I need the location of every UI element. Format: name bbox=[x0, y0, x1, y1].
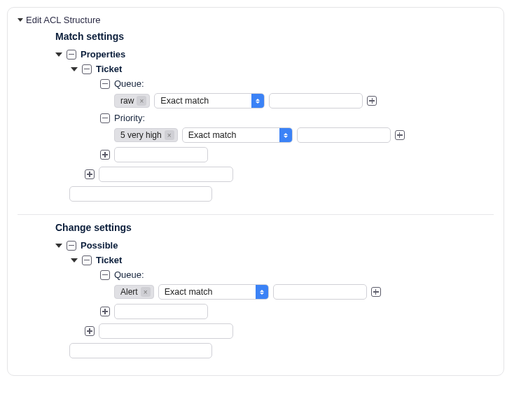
queue-tag[interactable]: raw × bbox=[114, 94, 150, 108]
new-field-input[interactable] bbox=[114, 304, 208, 319]
select-arrows-icon bbox=[256, 285, 268, 299]
select-value: Exact match bbox=[183, 128, 279, 142]
properties-label: Properties bbox=[81, 49, 125, 59]
new-section-input[interactable] bbox=[69, 343, 212, 358]
select-arrows-icon bbox=[279, 128, 292, 142]
possible-label: Possible bbox=[81, 240, 118, 251]
caret-down-icon[interactable] bbox=[55, 244, 62, 248]
add-button[interactable] bbox=[100, 307, 110, 316]
priority-match-mode-select[interactable]: Exact match bbox=[182, 127, 293, 143]
select-value: Exact match bbox=[155, 94, 251, 108]
add-section-row-change bbox=[69, 343, 494, 358]
remove-icon[interactable]: × bbox=[137, 96, 146, 106]
change-settings-title: Change settings bbox=[55, 222, 494, 233]
remove-icon[interactable]: × bbox=[165, 130, 174, 140]
add-button[interactable] bbox=[85, 326, 95, 336]
new-section-input[interactable] bbox=[69, 186, 212, 202]
caret-down-icon[interactable] bbox=[71, 67, 78, 71]
queue-label: Queue: bbox=[114, 78, 144, 89]
possible-node: Possible bbox=[55, 240, 494, 251]
caret-down-icon[interactable] bbox=[55, 52, 62, 57]
queue-tag[interactable]: Alert × bbox=[114, 285, 154, 299]
tag-text: 5 very high bbox=[120, 130, 162, 140]
remove-icon[interactable]: × bbox=[141, 287, 151, 297]
queue-row-change: Queue: bbox=[100, 270, 494, 280]
add-field-row-change bbox=[100, 304, 494, 319]
add-button[interactable] bbox=[395, 130, 405, 140]
collapse-button[interactable] bbox=[82, 64, 92, 74]
ticket-label: Ticket bbox=[96, 255, 122, 265]
collapse-button[interactable] bbox=[100, 113, 110, 123]
add-field-row-match bbox=[100, 147, 494, 162]
add-object-row-match bbox=[85, 167, 494, 182]
select-value: Exact match bbox=[159, 285, 256, 299]
add-section-row-match bbox=[69, 186, 494, 202]
panel-title: Edit ACL Structure bbox=[26, 15, 100, 25]
new-object-input[interactable] bbox=[99, 167, 233, 182]
tag-text: raw bbox=[120, 96, 134, 106]
priority-tag[interactable]: 5 very high × bbox=[114, 128, 178, 142]
add-button[interactable] bbox=[85, 169, 95, 179]
new-field-input[interactable] bbox=[114, 147, 208, 162]
collapse-button[interactable] bbox=[82, 255, 92, 265]
queue-label: Queue: bbox=[114, 270, 144, 280]
queue-value-row-match: raw × Exact match bbox=[114, 93, 494, 108]
ticket-node-change: Ticket bbox=[71, 255, 494, 265]
match-settings-title: Match settings bbox=[55, 31, 494, 42]
ticket-node-match: Ticket bbox=[71, 64, 494, 74]
caret-down-icon[interactable] bbox=[71, 258, 78, 262]
priority-value-input[interactable] bbox=[297, 127, 391, 143]
queue-match-mode-select[interactable]: Exact match bbox=[154, 93, 265, 108]
collapse-button[interactable] bbox=[100, 270, 110, 280]
tag-text: Alert bbox=[120, 287, 138, 297]
queue-match-mode-select[interactable]: Exact match bbox=[158, 284, 269, 300]
collapse-button[interactable] bbox=[67, 241, 76, 251]
ticket-label: Ticket bbox=[96, 64, 122, 74]
acl-panel: Edit ACL Structure Match settings Proper… bbox=[7, 7, 504, 376]
collapse-button[interactable] bbox=[100, 79, 110, 89]
section-divider bbox=[18, 214, 494, 215]
add-button[interactable] bbox=[371, 287, 381, 297]
queue-value-row-change: Alert × Exact match bbox=[114, 284, 494, 300]
caret-down-icon bbox=[18, 18, 23, 22]
priority-label: Priority: bbox=[114, 113, 145, 123]
priority-row-match: Priority: bbox=[100, 113, 494, 123]
panel-header[interactable]: Edit ACL Structure bbox=[18, 15, 494, 25]
select-arrows-icon bbox=[251, 94, 264, 108]
add-button[interactable] bbox=[100, 150, 110, 160]
queue-row-match: Queue: bbox=[100, 78, 494, 89]
properties-node: Properties bbox=[55, 49, 494, 59]
queue-value-input[interactable] bbox=[273, 284, 367, 300]
new-object-input[interactable] bbox=[99, 323, 233, 339]
add-button[interactable] bbox=[367, 96, 377, 106]
add-object-row-change bbox=[85, 323, 494, 339]
collapse-button[interactable] bbox=[67, 50, 76, 59]
priority-value-row-match: 5 very high × Exact match bbox=[114, 127, 494, 143]
queue-value-input[interactable] bbox=[269, 93, 363, 108]
